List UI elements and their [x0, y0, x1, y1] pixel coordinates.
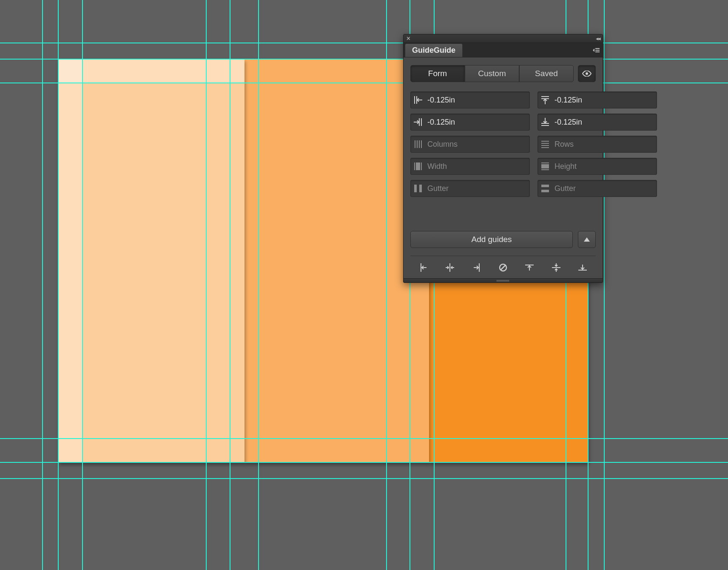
guide-horizontal[interactable]	[0, 83, 728, 83]
svg-rect-24	[541, 164, 549, 168]
margin-left-field[interactable]	[410, 91, 530, 108]
panel-tabbar: GuideGuide	[404, 43, 603, 57]
guide-vertical[interactable]	[230, 0, 230, 570]
columns-field[interactable]	[410, 136, 530, 153]
guide-horizontal[interactable]	[0, 59, 728, 60]
guide-vertical[interactable]	[258, 0, 259, 570]
close-icon[interactable]: ✕	[406, 35, 411, 42]
svg-line-34	[500, 265, 506, 270]
margin-right-field[interactable]	[410, 114, 530, 131]
margin-left-icon	[413, 95, 423, 105]
tab-custom[interactable]: Custom	[465, 65, 519, 82]
guide-top-edge-button[interactable]	[521, 261, 538, 274]
guideguide-panel: ✕ ◂◂ GuideGuide Form Custom Saved	[403, 34, 603, 283]
grip-icon	[497, 280, 509, 282]
guide-vertical[interactable]	[386, 0, 387, 570]
column-gutter-input[interactable]	[427, 184, 526, 193]
row-height-input[interactable]	[555, 162, 653, 171]
guide-horizontal-center-button[interactable]	[441, 261, 458, 274]
svg-rect-16	[541, 141, 549, 142]
svg-rect-25	[541, 169, 549, 170]
guide-vertical[interactable]	[206, 0, 207, 570]
svg-rect-14	[419, 140, 420, 148]
add-guides-button[interactable]: Add guides	[410, 231, 573, 248]
svg-rect-6	[541, 96, 549, 97]
svg-rect-21	[416, 162, 420, 170]
margin-right-input[interactable]	[427, 118, 526, 127]
guide-bottom-edge-button[interactable]	[574, 261, 591, 274]
guide-horizontal[interactable]	[0, 478, 728, 479]
columns-icon	[413, 139, 423, 149]
mode-segmented-control: Form Custom Saved	[410, 65, 596, 82]
margin-bottom-field[interactable]	[537, 114, 657, 131]
art-overlay	[58, 59, 82, 462]
margin-right-icon	[413, 117, 423, 127]
panel-resize-handle[interactable]	[404, 278, 603, 282]
svg-rect-10	[541, 125, 549, 126]
column-gutter-icon	[413, 183, 423, 194]
row-height-icon	[540, 161, 550, 171]
artboard-column-1	[58, 59, 245, 462]
eye-icon	[582, 71, 592, 77]
row-gutter-icon	[540, 183, 550, 194]
tab-form[interactable]: Form	[410, 65, 465, 82]
svg-rect-27	[419, 185, 422, 192]
svg-rect-31	[449, 263, 450, 272]
art-overlay	[58, 59, 245, 83]
panel-flyout-menu-icon[interactable]	[590, 43, 603, 57]
rows-input[interactable]	[555, 140, 653, 149]
svg-rect-17	[541, 143, 549, 144]
row-gutter-input[interactable]	[555, 184, 653, 193]
collapse-icon[interactable]: ◂◂	[596, 35, 600, 42]
svg-rect-1	[595, 50, 600, 51]
panel-tab-title[interactable]: GuideGuide	[405, 44, 463, 57]
margin-top-input[interactable]	[555, 96, 653, 105]
tab-saved[interactable]: Saved	[519, 65, 574, 82]
svg-rect-18	[541, 145, 549, 146]
svg-rect-36	[552, 267, 560, 268]
svg-rect-29	[541, 190, 549, 192]
guide-vertical-center-button[interactable]	[548, 261, 565, 274]
guide-left-edge-button[interactable]	[415, 261, 432, 274]
svg-rect-15	[421, 140, 422, 148]
guide-vertical[interactable]	[42, 0, 43, 570]
row-gutter-field[interactable]	[537, 180, 657, 197]
guide-horizontal[interactable]	[0, 43, 728, 43]
column-gutter-field[interactable]	[410, 180, 530, 197]
column-width-input[interactable]	[427, 162, 526, 171]
column-width-icon	[413, 161, 423, 171]
chevron-up-icon	[584, 237, 590, 242]
guide-vertical[interactable]	[82, 0, 83, 570]
rows-field[interactable]	[537, 136, 657, 153]
guide-vertical[interactable]	[58, 0, 59, 570]
column-width-field[interactable]	[410, 158, 530, 175]
columns-input[interactable]	[427, 140, 526, 149]
guide-horizontal[interactable]	[0, 438, 728, 439]
margin-top-icon	[540, 95, 550, 105]
row-height-field[interactable]	[537, 158, 657, 175]
rows-icon	[540, 139, 550, 149]
guide-vertical[interactable]	[604, 0, 605, 570]
expand-button[interactable]	[578, 231, 596, 248]
margin-bottom-icon	[540, 117, 550, 127]
svg-rect-13	[417, 140, 418, 148]
svg-rect-8	[421, 118, 422, 126]
margin-bottom-input[interactable]	[555, 118, 653, 127]
margin-top-field[interactable]	[537, 91, 657, 108]
guide-right-edge-button[interactable]	[468, 261, 485, 274]
visibility-toggle-button[interactable]	[578, 65, 596, 82]
form-grid	[410, 91, 596, 197]
footer-row: Add guides	[410, 231, 596, 248]
guide-horizontal[interactable]	[0, 462, 728, 463]
clear-guides-button[interactable]	[495, 261, 512, 274]
svg-rect-23	[541, 162, 549, 163]
svg-rect-0	[595, 48, 600, 49]
svg-rect-4	[414, 96, 415, 104]
artboard-column-2	[245, 59, 429, 462]
margin-left-input[interactable]	[427, 96, 526, 105]
panel-topbar[interactable]: ✕ ◂◂	[404, 34, 603, 43]
svg-rect-20	[414, 162, 415, 170]
panel-body: Form Custom Saved	[404, 57, 603, 278]
svg-point-3	[586, 72, 588, 75]
svg-rect-28	[541, 185, 549, 187]
